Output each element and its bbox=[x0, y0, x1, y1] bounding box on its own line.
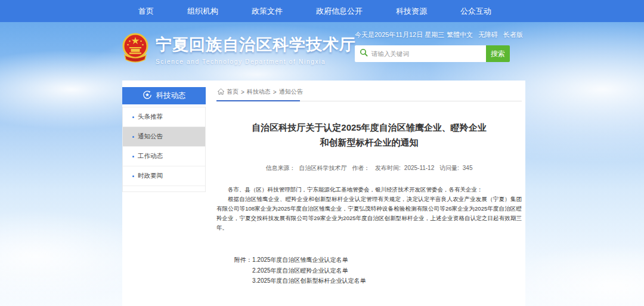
article-title: 自治区科技厅关于认定2025年度自治区雏鹰企业、瞪羚企业 和创新型标杆企业的通知 bbox=[216, 120, 522, 150]
sidebar-header: 科技动态 bbox=[122, 87, 206, 104]
meta-time-label: 发布时间: bbox=[375, 165, 401, 171]
site-header: 宁夏回族自治区科学技术厅 Science and Technology Depa… bbox=[0, 22, 644, 81]
tech-news-icon bbox=[143, 90, 152, 101]
nav-item-organization[interactable]: 组织机构 bbox=[187, 6, 218, 17]
attachment-eagle-list[interactable]: 1.2025年度自治区雏鹰企业认定名单 bbox=[252, 255, 366, 265]
attachment-gazelle-list[interactable]: 2.2025年度自治区瞪羚企业认定名单 bbox=[252, 265, 366, 276]
nav-item-policy[interactable]: 政策文件 bbox=[252, 6, 283, 17]
sidebar-item-political-news[interactable]: 时政要闻 bbox=[123, 166, 205, 186]
link-traditional-chinese[interactable]: 繁體中文 bbox=[447, 30, 473, 39]
breadcrumb-separator: > bbox=[273, 89, 277, 95]
search-icon bbox=[360, 48, 368, 59]
top-nav: 首页 组织机构 政策文件 政府信息公开 科技资源 公众互动 bbox=[0, 0, 644, 22]
site-subtitle: Science and Technology Department of Nin… bbox=[156, 58, 356, 65]
meta-source-value: 自治区科学技术厅 bbox=[299, 165, 346, 171]
meta-source-label: 信息来源： bbox=[265, 165, 295, 171]
current-date: 今天是2025年11月12日 星期三 bbox=[355, 30, 444, 39]
article-paragraph: 根据自治区雏鹰企业、瞪羚企业和创新型标杆企业认定管理有关规定，决定认定半亩良人农… bbox=[216, 194, 522, 233]
home-icon bbox=[218, 88, 224, 96]
sidebar-item-label: 通知公告 bbox=[138, 132, 163, 141]
sidebar-menu: 头条推荐 通知公告 工作动态 时政要闻 bbox=[122, 107, 206, 192]
nav-item-home[interactable]: 首页 bbox=[138, 6, 154, 17]
attachment-benchmark-list[interactable]: 3.2025年度自治区创新型标杆企业认定名单 bbox=[252, 276, 366, 286]
header-utilities: 今天是2025年11月12日 星期三 繁體中文 无障碍 长者版 搜索 bbox=[355, 30, 523, 62]
site-logo[interactable]: 宁夏回族自治区科学技术厅 Science and Technology Depa… bbox=[121, 32, 356, 67]
bullet-dot-icon bbox=[132, 116, 134, 118]
divider-blue-segment bbox=[216, 100, 300, 101]
bullet-dot-icon bbox=[132, 156, 134, 157]
breadcrumb-divider bbox=[216, 101, 522, 101]
search-input[interactable] bbox=[371, 45, 486, 62]
sidebar-item-label: 时政要闻 bbox=[138, 172, 163, 180]
meta-views-label: 访问量: bbox=[439, 165, 459, 171]
sidebar-item-headlines[interactable]: 头条推荐 bbox=[123, 107, 205, 127]
sidebar-item-label: 头条推荐 bbox=[138, 113, 163, 121]
meta-author-label: 作者： bbox=[352, 165, 370, 171]
attachments-block: 附件： 1.2025年度自治区雏鹰企业认定名单 2.2025年度自治区瞪羚企业认… bbox=[234, 255, 366, 286]
nav-item-interaction[interactable]: 公众互动 bbox=[460, 6, 491, 17]
article-body: 各市、县（区）科技管理部门，宁东能源化工基地管委会，银川经济技术开发区管委会，各… bbox=[216, 185, 522, 233]
breadcrumb-notices[interactable]: 通知公告 bbox=[279, 88, 303, 96]
nav-item-resources[interactable]: 科技资源 bbox=[396, 6, 427, 17]
search-button[interactable]: 搜索 bbox=[486, 45, 510, 62]
meta-views-value: 345 bbox=[463, 165, 473, 171]
article-meta: 信息来源：自治区科学技术厅 作者： 发布时间:2025-11-12 访问量:34… bbox=[216, 164, 522, 172]
meta-time-value: 2025-11-12 bbox=[404, 165, 434, 171]
sidebar-title: 科技动态 bbox=[156, 91, 186, 101]
article-title-line2: 和创新型标杆企业的通知 bbox=[216, 135, 522, 150]
link-accessibility[interactable]: 无障碍 bbox=[478, 30, 498, 39]
breadcrumb-tech-news[interactable]: 科技动态 bbox=[247, 88, 271, 96]
attachments-label: 附件： bbox=[234, 255, 252, 286]
national-emblem-icon bbox=[121, 32, 150, 67]
sidebar-item-label: 工作动态 bbox=[138, 152, 163, 160]
sidebar-item-notices[interactable]: 通知公告 bbox=[123, 127, 205, 147]
article-title-line1: 自治区科技厅关于认定2025年度自治区雏鹰企业、瞪羚企业 bbox=[216, 120, 522, 135]
link-elder-version[interactable]: 长者版 bbox=[503, 30, 523, 39]
article-area: 首页 > 科技动态 > 通知公告 自治区科技厅关于认定2025年度自治区雏鹰企业… bbox=[216, 81, 524, 306]
search-bar: 搜索 bbox=[355, 45, 523, 62]
bullet-dot-icon bbox=[132, 136, 134, 138]
quick-links: 繁體中文 无障碍 长者版 bbox=[447, 30, 523, 39]
breadcrumb-separator: > bbox=[241, 89, 244, 95]
main-content: 科技动态 头条推荐 通知公告 工作动态 时政要闻 bbox=[122, 81, 525, 306]
bullet-dot-icon bbox=[132, 175, 134, 177]
article-paragraph: 各市、县（区）科技管理部门，宁东能源化工基地管委会，银川经济技术开发区管委会，各… bbox=[216, 185, 522, 194]
breadcrumb: 首页 > 科技动态 > 通知公告 bbox=[218, 88, 303, 96]
breadcrumb-home[interactable]: 首页 bbox=[227, 88, 239, 96]
nav-item-gov-info[interactable]: 政府信息公开 bbox=[316, 6, 363, 17]
site-title: 宁夏回族自治区科学技术厅 bbox=[156, 34, 356, 55]
sidebar-item-work-updates[interactable]: 工作动态 bbox=[123, 147, 205, 166]
sidebar: 科技动态 头条推荐 通知公告 工作动态 时政要闻 bbox=[122, 81, 206, 306]
